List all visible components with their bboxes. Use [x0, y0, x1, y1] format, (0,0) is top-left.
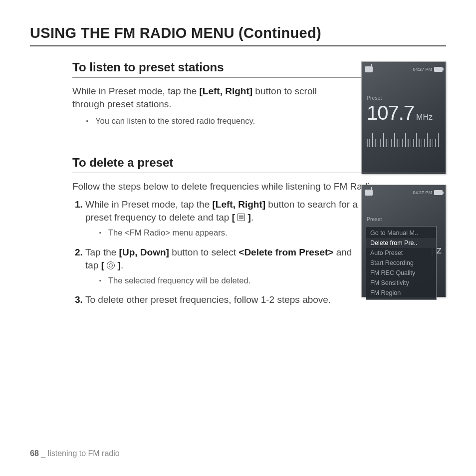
step2-br-close: ] — [115, 260, 121, 270]
step2-end: . — [121, 260, 123, 270]
device1-time: 04:27 PM — [413, 67, 432, 72]
footer-chapter: listening to FM radio — [48, 449, 120, 458]
device1-mode-label: Preset — [367, 95, 441, 101]
listen-intro-pre: While in Preset mode, tap the — [72, 86, 200, 96]
step-2: Tap the [Up, Down] button to select <Del… — [85, 246, 363, 287]
menu-item: FM Sensitivity — [366, 278, 436, 288]
menu-item: Start Recording — [366, 258, 436, 268]
step2-br-open: [ — [101, 260, 107, 270]
page-title: USING THE FM RADIO MENU (Continued) — [30, 25, 446, 46]
menu-item: FM REC Quality — [366, 268, 436, 278]
battery-icon — [434, 67, 443, 72]
page-number: 68 — [30, 449, 39, 458]
step2-pre: Tap the — [85, 247, 119, 257]
device1-frequency: 107.7 — [367, 102, 414, 124]
step2-sub: The selected frequency will be deleted. — [99, 275, 363, 286]
menu-item: Go to Manual M.. — [366, 228, 436, 238]
fm-radio-menu: Go to Manual M..Delete from Pre..Auto Pr… — [366, 226, 437, 300]
step2-bold2: <Delete from Preset> — [238, 247, 333, 257]
section-listen-preset: To listen to preset stations While in Pr… — [72, 60, 446, 127]
step-1: While in Preset mode, tap the [Left, Rig… — [85, 198, 363, 239]
section-delete-preset: To delete a preset Follow the steps belo… — [72, 156, 446, 306]
step1-br-close: ] — [245, 212, 251, 223]
select-button-icon — [107, 261, 115, 269]
listen-intro-bold: [Left, Right] — [200, 86, 253, 96]
step1-sub: The <FM Radio> menu appears. — [99, 227, 363, 238]
step2-mid: button to select — [169, 247, 238, 257]
device1-unit: MHz — [416, 113, 433, 122]
radio-icon — [365, 190, 373, 196]
menu-button-icon — [238, 214, 245, 221]
step2-bold1: [Up, Down] — [119, 247, 169, 257]
footer-separator: _ — [39, 449, 48, 458]
step1-bold: [Left, Right] — [213, 199, 266, 210]
listen-intro: While in Preset mode, tap the [Left, Rig… — [72, 85, 339, 110]
step1-br-open: [ — [232, 212, 238, 223]
device-screenshot-menu: 04:27 PM Preset Iz Go to Manual M..Delet… — [361, 185, 446, 297]
step1-end: . — [251, 212, 253, 223]
page-footer: 68 _ listening to FM radio — [30, 449, 120, 458]
device2-mode-label: Preset — [367, 217, 441, 222]
battery-icon — [434, 190, 443, 195]
menu-item: Auto Preset — [366, 248, 436, 258]
section-heading-delete: To delete a preset — [72, 156, 446, 173]
menu-item: Delete from Pre.. — [366, 238, 436, 248]
device1-dial — [367, 129, 441, 150]
radio-icon — [365, 66, 373, 72]
step1-pre: While in Preset mode, tap the — [85, 199, 213, 210]
menu-item: FM Region — [366, 288, 436, 298]
device2-time: 04:27 PM — [413, 190, 432, 195]
step-3: To delete other preset frequencies, foll… — [85, 293, 363, 306]
